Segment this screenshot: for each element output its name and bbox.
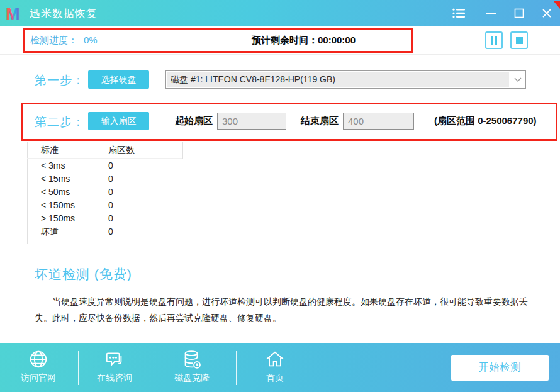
table-row-label: < 150ms: [41, 200, 75, 210]
progress-label: 检测进度：: [30, 35, 77, 47]
table-row-label: 坏道: [41, 227, 59, 238]
table-row-label: > 150ms: [41, 213, 75, 223]
disk-select-value: 磁盘 #1: LITEON CV8-8E128-HP(119 GB): [167, 72, 509, 87]
table-header-underline: [27, 158, 182, 159]
footer-divider: [236, 351, 237, 385]
pause-icon: [490, 36, 498, 45]
chevron-down-icon: [514, 77, 522, 82]
input-sector-button[interactable]: 输入扇区: [88, 112, 149, 130]
table-row-value: 0: [108, 200, 113, 210]
table-row-value: 0: [108, 187, 113, 197]
table-header-standard: 标准: [41, 145, 59, 156]
start-sector-label: 起始扇区: [175, 115, 213, 127]
table-row-value: 0: [108, 227, 113, 237]
table-row-value: 0: [108, 160, 113, 171]
table-header-sector-count: 扇区数: [108, 145, 135, 156]
maximize-button[interactable]: [508, 0, 530, 26]
nav-item-label: 在线咨询: [97, 372, 132, 384]
titlebar: M 迅米数据恢复: [0, 0, 560, 26]
home-icon: [264, 349, 286, 370]
bad-sector-heading: 坏道检测 (免费): [35, 266, 132, 283]
sector-range-note: (扇区范围 0-250067790): [434, 115, 537, 127]
select-disk-button[interactable]: 选择硬盘: [88, 70, 149, 89]
table-row-value: 0: [108, 174, 113, 184]
nav-item-label: 磁盘克隆: [174, 372, 210, 384]
step2-label: 第二步：: [35, 114, 85, 130]
nav-item-disk-clone[interactable]: 磁盘克隆: [157, 349, 227, 388]
bad-sector-description: 当硬盘速度异常则说明是硬盘有问题，进行坏道检测可以判断硬盘的健康程度。如果硬盘存…: [35, 293, 532, 326]
nav-item-online-chat[interactable]: 在线咨询: [80, 349, 149, 388]
progress-section: 检测进度： 0% 预计剩余时间： 00:00:00: [0, 26, 560, 55]
table-row-value: 0: [108, 213, 113, 223]
disk-clone-icon: [181, 349, 203, 370]
globe-icon: [28, 349, 49, 370]
pause-button[interactable]: [485, 31, 503, 49]
nav-item-home[interactable]: 首页: [240, 349, 310, 388]
footer-divider: [78, 351, 79, 385]
table-row-label: < 50ms: [41, 187, 70, 197]
close-button[interactable]: [536, 0, 557, 26]
menu-list-icon[interactable]: [448, 0, 469, 26]
nav-item-label: 访问官网: [21, 372, 56, 384]
stop-button[interactable]: [510, 31, 528, 49]
table-row-label: < 3ms: [41, 160, 65, 171]
brand-m-logo: M: [6, 5, 25, 22]
table-header-divider: [104, 142, 104, 159]
end-sector-input[interactable]: [343, 113, 414, 130]
eta-value: 00:00:00: [318, 35, 356, 45]
eta-label: 预计剩余时间：: [252, 35, 318, 47]
disk-select-dropdown[interactable]: 磁盘 #1: LITEON CV8-8E128-HP(119 GB): [165, 70, 526, 89]
progress-value: 0%: [84, 35, 98, 45]
start-detection-button[interactable]: 开始检测: [451, 355, 549, 381]
start-sector-input[interactable]: [217, 113, 286, 130]
stop-icon: [516, 37, 523, 44]
chat-icon: [104, 349, 125, 370]
nav-item-label: 首页: [266, 372, 284, 384]
window-controls: [448, 0, 560, 26]
table-header-divider: [182, 142, 183, 159]
nav-item-website[interactable]: 访问官网: [4, 349, 73, 388]
app-window: M 迅米数据恢复 检测进度： 0%: [0, 0, 560, 392]
step1-label: 第一步：: [35, 72, 85, 89]
app-title: 迅米数据恢复: [30, 6, 98, 21]
table-row-label: < 15ms: [41, 174, 70, 184]
minimize-button[interactable]: [481, 0, 502, 26]
svg-text:M: M: [6, 5, 20, 22]
footer-toolbar: 访问官网 在线咨询 磁盘克隆 首页 开始检测: [0, 343, 560, 392]
end-sector-label: 结束扇区: [301, 115, 339, 127]
